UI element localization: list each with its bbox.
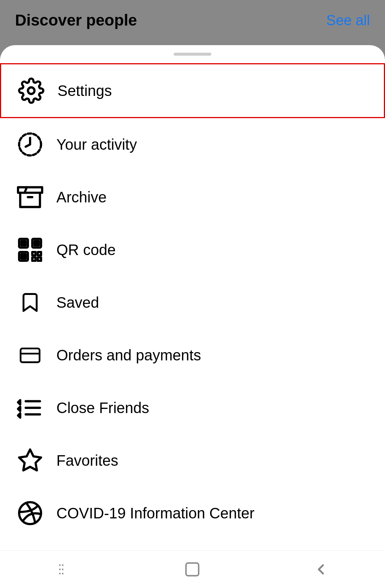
svg-rect-28	[186, 563, 199, 576]
menu-item-your-activity[interactable]: Your activity	[0, 118, 385, 171]
your-activity-label: Your activity	[56, 136, 137, 153]
gear-icon	[16, 76, 46, 106]
top-bar: Discover people See all	[0, 0, 385, 41]
favorites-icon	[15, 445, 45, 476]
qr-icon	[15, 235, 45, 265]
back-button[interactable]	[306, 555, 336, 585]
orders-payments-label: Orders and payments	[56, 347, 201, 364]
bottom-sheet: Settings Your activity Arc	[0, 45, 385, 588]
svg-rect-7	[32, 257, 36, 261]
bottom-nav	[0, 550, 385, 588]
recent-apps-button[interactable]	[49, 555, 79, 585]
menu-item-qr-code[interactable]: QR code	[0, 223, 385, 276]
menu-item-archive[interactable]: Archive	[0, 171, 385, 223]
discover-people-title: Discover people	[15, 11, 137, 29]
covid-label: COVID-19 Information Center	[56, 505, 255, 522]
friends-icon	[15, 393, 45, 423]
menu-item-settings[interactable]: Settings	[0, 63, 385, 118]
drag-handle-container	[0, 45, 385, 59]
saved-icon	[15, 287, 45, 318]
svg-rect-11	[21, 254, 26, 259]
svg-marker-19	[18, 413, 20, 418]
home-button[interactable]	[177, 555, 208, 585]
covid-icon	[15, 498, 45, 528]
close-friends-label: Close Friends	[56, 400, 149, 416]
activity-icon	[15, 129, 45, 160]
svg-rect-6	[38, 252, 41, 255]
svg-marker-18	[18, 407, 20, 411]
see-all-link[interactable]: See all	[326, 12, 370, 29]
svg-marker-20	[19, 450, 41, 470]
menu-item-saved[interactable]: Saved	[0, 276, 385, 329]
svg-rect-8	[38, 257, 41, 261]
orders-icon	[15, 340, 45, 370]
drag-handle	[174, 53, 211, 56]
menu-list: Settings Your activity Arc	[0, 59, 385, 543]
saved-label: Saved	[56, 294, 99, 311]
svg-rect-5	[32, 252, 36, 255]
svg-rect-9	[21, 241, 26, 246]
menu-item-close-friends[interactable]: Close Friends	[0, 381, 385, 434]
svg-rect-10	[35, 241, 39, 246]
menu-item-covid[interactable]: COVID-19 Information Center	[0, 487, 385, 539]
svg-rect-12	[21, 348, 39, 362]
archive-icon	[15, 182, 45, 212]
svg-marker-17	[18, 400, 20, 405]
menu-item-favorites[interactable]: Favorites	[0, 434, 385, 487]
menu-item-orders-payments[interactable]: Orders and payments	[0, 329, 385, 381]
qr-code-label: QR code	[56, 242, 116, 258]
archive-label: Archive	[56, 189, 106, 206]
svg-point-0	[28, 87, 35, 94]
settings-label: Settings	[58, 82, 112, 99]
favorites-label: Favorites	[56, 452, 118, 469]
